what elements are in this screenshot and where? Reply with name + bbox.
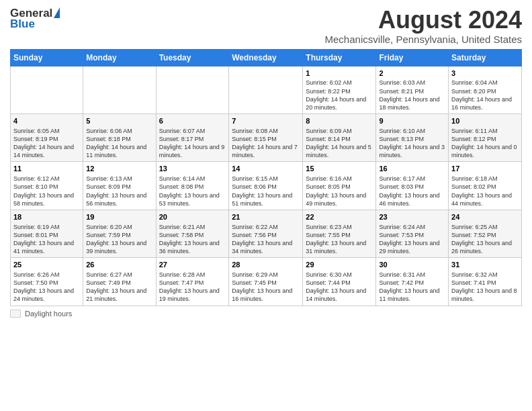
- table-row: 30Sunrise: 6:31 AM Sunset: 7:42 PM Dayli…: [376, 258, 449, 306]
- footer-note: Daylight hours: [10, 310, 522, 318]
- table-row: 28Sunrise: 6:29 AM Sunset: 7:45 PM Dayli…: [229, 258, 303, 306]
- day-number: 23: [379, 212, 445, 222]
- day-info: Sunrise: 6:06 AM Sunset: 8:18 PM Dayligh…: [86, 127, 152, 160]
- day-info: Sunrise: 6:25 AM Sunset: 7:52 PM Dayligh…: [451, 223, 519, 256]
- table-row: 16Sunrise: 6:17 AM Sunset: 8:03 PM Dayli…: [376, 162, 449, 210]
- header-monday: Monday: [83, 49, 156, 66]
- day-info: Sunrise: 6:14 AM Sunset: 8:08 PM Dayligh…: [159, 175, 226, 208]
- calendar-week-3: 11Sunrise: 6:12 AM Sunset: 8:10 PM Dayli…: [11, 162, 522, 210]
- calendar-week-2: 4Sunrise: 6:05 AM Sunset: 8:19 PM Daylig…: [11, 114, 522, 162]
- day-number: 25: [13, 260, 80, 270]
- day-info: Sunrise: 6:03 AM Sunset: 8:21 PM Dayligh…: [379, 79, 445, 111]
- day-number: 30: [379, 260, 445, 270]
- day-info: Sunrise: 6:31 AM Sunset: 7:42 PM Dayligh…: [379, 271, 445, 304]
- day-number: 31: [451, 260, 519, 270]
- table-row: 2Sunrise: 6:03 AM Sunset: 8:21 PM Daylig…: [376, 66, 449, 113]
- day-number: 8: [306, 116, 373, 126]
- day-number: 7: [232, 116, 300, 126]
- day-info: Sunrise: 6:26 AM Sunset: 7:50 PM Dayligh…: [13, 271, 80, 304]
- day-number: 14: [232, 164, 300, 174]
- day-info: Sunrise: 6:15 AM Sunset: 8:06 PM Dayligh…: [232, 175, 300, 208]
- table-row: 27Sunrise: 6:28 AM Sunset: 7:47 PM Dayli…: [156, 258, 229, 306]
- day-info: Sunrise: 6:08 AM Sunset: 8:15 PM Dayligh…: [232, 127, 300, 160]
- table-row: 8Sunrise: 6:09 AM Sunset: 8:14 PM Daylig…: [303, 114, 376, 162]
- day-number: 1: [306, 68, 373, 79]
- table-row: [229, 66, 303, 113]
- day-info: Sunrise: 6:23 AM Sunset: 7:55 PM Dayligh…: [306, 223, 373, 256]
- table-row: 25Sunrise: 6:26 AM Sunset: 7:50 PM Dayli…: [11, 258, 83, 306]
- day-number: 9: [379, 116, 445, 126]
- day-info: Sunrise: 6:13 AM Sunset: 8:09 PM Dayligh…: [86, 175, 152, 208]
- table-row: 19Sunrise: 6:20 AM Sunset: 7:59 PM Dayli…: [83, 210, 156, 257]
- day-number: 22: [306, 212, 373, 222]
- footer-box: [10, 310, 21, 318]
- day-info: Sunrise: 6:18 AM Sunset: 8:02 PM Dayligh…: [451, 175, 519, 208]
- header: General Blue August 2024 Mechanicsville,…: [10, 7, 522, 45]
- table-row: [83, 66, 156, 113]
- logo: General Blue: [10, 7, 60, 31]
- table-row: 11Sunrise: 6:12 AM Sunset: 8:10 PM Dayli…: [11, 162, 83, 210]
- day-number: 2: [379, 68, 445, 79]
- day-info: Sunrise: 6:19 AM Sunset: 8:01 PM Dayligh…: [13, 223, 80, 256]
- table-row: 23Sunrise: 6:24 AM Sunset: 7:53 PM Dayli…: [376, 210, 449, 257]
- day-number: 15: [306, 164, 373, 174]
- table-row: [11, 66, 83, 113]
- table-row: 9Sunrise: 6:10 AM Sunset: 8:13 PM Daylig…: [376, 114, 449, 162]
- table-row: 6Sunrise: 6:07 AM Sunset: 8:17 PM Daylig…: [156, 114, 229, 162]
- header-thursday: Thursday: [303, 49, 376, 66]
- table-row: 26Sunrise: 6:27 AM Sunset: 7:49 PM Dayli…: [83, 258, 156, 306]
- logo-triangle: [54, 7, 60, 18]
- day-number: 24: [451, 212, 519, 222]
- table-row: 14Sunrise: 6:15 AM Sunset: 8:06 PM Dayli…: [229, 162, 303, 210]
- day-info: Sunrise: 6:07 AM Sunset: 8:17 PM Dayligh…: [159, 127, 226, 160]
- day-info: Sunrise: 6:11 AM Sunset: 8:12 PM Dayligh…: [451, 127, 519, 160]
- day-number: 13: [159, 164, 226, 174]
- table-row: 29Sunrise: 6:30 AM Sunset: 7:44 PM Dayli…: [303, 258, 376, 306]
- table-row: 3Sunrise: 6:04 AM Sunset: 8:20 PM Daylig…: [449, 66, 522, 113]
- footer-label: Daylight hours: [25, 310, 72, 318]
- table-row: 31Sunrise: 6:32 AM Sunset: 7:41 PM Dayli…: [449, 258, 522, 306]
- table-row: 17Sunrise: 6:18 AM Sunset: 8:02 PM Dayli…: [449, 162, 522, 210]
- table-row: 5Sunrise: 6:06 AM Sunset: 8:18 PM Daylig…: [83, 114, 156, 162]
- day-number: 10: [451, 116, 519, 126]
- table-row: 4Sunrise: 6:05 AM Sunset: 8:19 PM Daylig…: [11, 114, 83, 162]
- day-info: Sunrise: 6:12 AM Sunset: 8:10 PM Dayligh…: [13, 175, 80, 208]
- day-number: 16: [379, 164, 445, 174]
- table-row: 22Sunrise: 6:23 AM Sunset: 7:55 PM Dayli…: [303, 210, 376, 257]
- table-row: 10Sunrise: 6:11 AM Sunset: 8:12 PM Dayli…: [449, 114, 522, 162]
- calendar-table: Sunday Monday Tuesday Wednesday Thursday…: [10, 49, 522, 306]
- day-number: 11: [13, 164, 80, 174]
- day-number: 21: [232, 212, 300, 222]
- day-number: 19: [86, 212, 152, 222]
- table-row: 12Sunrise: 6:13 AM Sunset: 8:09 PM Dayli…: [83, 162, 156, 210]
- day-number: 29: [306, 260, 373, 270]
- table-row: 24Sunrise: 6:25 AM Sunset: 7:52 PM Dayli…: [449, 210, 522, 257]
- day-number: 5: [86, 116, 152, 126]
- calendar-week-1: 1Sunrise: 6:02 AM Sunset: 8:22 PM Daylig…: [11, 66, 522, 113]
- day-info: Sunrise: 6:27 AM Sunset: 7:49 PM Dayligh…: [86, 271, 152, 304]
- header-saturday: Saturday: [449, 49, 522, 66]
- page: General Blue August 2024 Mechanicsville,…: [0, 0, 532, 411]
- day-info: Sunrise: 6:24 AM Sunset: 7:53 PM Dayligh…: [379, 223, 445, 256]
- day-info: Sunrise: 6:16 AM Sunset: 8:05 PM Dayligh…: [306, 175, 373, 208]
- calendar-week-4: 18Sunrise: 6:19 AM Sunset: 8:01 PM Dayli…: [11, 210, 522, 257]
- day-info: Sunrise: 6:29 AM Sunset: 7:45 PM Dayligh…: [232, 271, 300, 304]
- table-row: 7Sunrise: 6:08 AM Sunset: 8:15 PM Daylig…: [229, 114, 303, 162]
- day-info: Sunrise: 6:20 AM Sunset: 7:59 PM Dayligh…: [86, 223, 152, 256]
- table-row: 18Sunrise: 6:19 AM Sunset: 8:01 PM Dayli…: [11, 210, 83, 257]
- table-row: 20Sunrise: 6:21 AM Sunset: 7:58 PM Dayli…: [156, 210, 229, 257]
- day-number: 17: [451, 164, 519, 174]
- table-row: 21Sunrise: 6:22 AM Sunset: 7:56 PM Dayli…: [229, 210, 303, 257]
- page-title: August 2024: [325, 7, 522, 34]
- day-number: 4: [13, 116, 80, 126]
- day-info: Sunrise: 6:21 AM Sunset: 7:58 PM Dayligh…: [159, 223, 226, 256]
- day-info: Sunrise: 6:22 AM Sunset: 7:56 PM Dayligh…: [232, 223, 300, 256]
- table-row: 13Sunrise: 6:14 AM Sunset: 8:08 PM Dayli…: [156, 162, 229, 210]
- header-sunday: Sunday: [11, 49, 83, 66]
- day-number: 26: [86, 260, 152, 270]
- page-subtitle: Mechanicsville, Pennsylvania, United Sta…: [325, 34, 522, 45]
- day-number: 6: [159, 116, 226, 126]
- day-number: 28: [232, 260, 300, 270]
- day-info: Sunrise: 6:05 AM Sunset: 8:19 PM Dayligh…: [13, 127, 80, 160]
- table-row: 15Sunrise: 6:16 AM Sunset: 8:05 PM Dayli…: [303, 162, 376, 210]
